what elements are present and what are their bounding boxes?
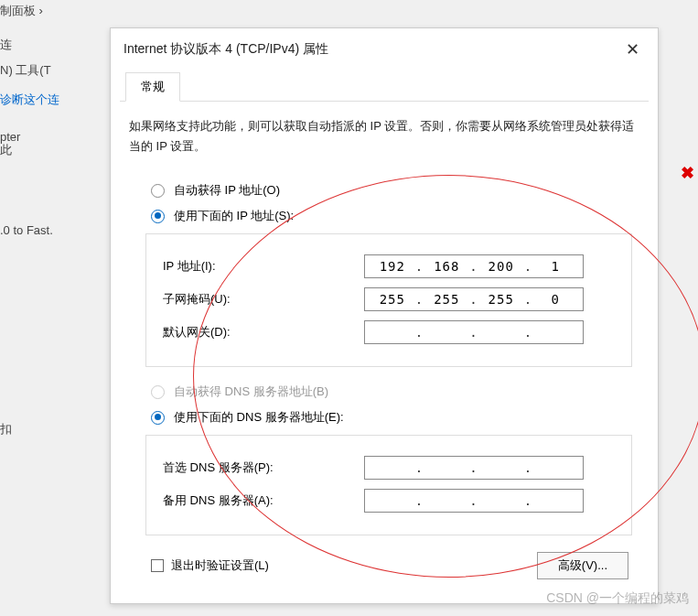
radio-icon — [151, 184, 165, 198]
dns-manual-label: 使用下面的 DNS 服务器地址(E): — [174, 409, 344, 426]
close-icon[interactable]: ✕ — [620, 38, 645, 61]
ip-octet[interactable]: 255 — [370, 292, 414, 307]
ip-octet[interactable]: 200 — [479, 259, 523, 274]
ip-manual-radio[interactable]: 使用下面的 IP 地址(S): — [151, 208, 639, 224]
bg-text: 扣 — [0, 421, 12, 438]
dns-manual-radio[interactable]: 使用下面的 DNS 服务器地址(E): — [151, 409, 639, 426]
pref-dns-input[interactable]: . . . — [364, 456, 584, 480]
advanced-button[interactable]: 高级(V)... — [537, 552, 628, 579]
error-icon: ✖ — [681, 163, 694, 183]
titlebar: Internet 协议版本 4 (TCP/IPv4) 属性 ✕ — [111, 28, 658, 69]
text-fragment: .0 to Fast. — [0, 223, 53, 237]
ip-octet[interactable]: 192 — [370, 259, 414, 274]
ip-octet[interactable]: 168 — [424, 259, 468, 274]
watermark-text: CSDN @一个编程的菜鸡 — [546, 590, 689, 607]
ip-auto-label: 自动获得 IP 地址(O) — [174, 182, 280, 199]
diagnose-link-fragment[interactable]: 诊断这个连 — [0, 92, 59, 108]
validate-on-exit-checkbox[interactable]: 退出时验证设置(L) — [151, 557, 269, 574]
gateway-input[interactable]: . . . — [364, 320, 584, 344]
tab-strip: 常规 — [120, 72, 649, 102]
subnet-mask-input[interactable]: 255. 255. 255. 0 — [364, 287, 584, 311]
ip-octet[interactable]: 255 — [479, 292, 523, 307]
dialog-title: Internet 协议版本 4 (TCP/IPv4) 属性 — [123, 41, 328, 58]
breadcrumb-fragment: 制面板 › — [0, 3, 43, 19]
dns-auto-radio: 自动获得 DNS 服务器地址(B) — [151, 384, 639, 400]
bg-text: 连 — [0, 37, 12, 53]
ip-octet[interactable]: 0 — [533, 292, 577, 307]
pref-dns-label: 首选 DNS 服务器(P): — [163, 459, 364, 476]
ip-manual-label: 使用下面的 IP 地址(S): — [174, 208, 294, 224]
ip-address-input[interactable]: 192. 168. 200. 1 — [364, 254, 584, 278]
ip-octet[interactable]: 255 — [424, 292, 468, 307]
validate-label: 退出时验证设置(L) — [171, 557, 269, 574]
alt-dns-label: 备用 DNS 服务器(A): — [163, 492, 364, 509]
alt-dns-input[interactable]: . . . — [364, 489, 584, 513]
tab-general[interactable]: 常规 — [125, 72, 180, 102]
dialog-content: 如果网络支持此功能，则可以获取自动指派的 IP 设置。否则，你需要从网络系统管理… — [111, 102, 658, 594]
ip-auto-radio[interactable]: 自动获得 IP 地址(O) — [151, 182, 639, 199]
dns-auto-label: 自动获得 DNS 服务器地址(B) — [174, 384, 328, 400]
radio-icon — [151, 411, 165, 425]
ip-fields-group: IP 地址(I): 192. 168. 200. 1 子网掩码(U): 255.… — [145, 233, 632, 367]
ip-address-label: IP 地址(I): — [163, 258, 364, 275]
subnet-mask-label: 子网掩码(U): — [163, 291, 364, 308]
description-text: 如果网络支持此功能，则可以获取自动指派的 IP 设置。否则，你需要从网络系统管理… — [129, 116, 639, 157]
menu-fragment: N) 工具(T — [0, 62, 51, 79]
gateway-label: 默认网关(D): — [163, 324, 364, 340]
dns-fields-group: 首选 DNS 服务器(P): . . . 备用 DNS 服务器(A): . . … — [145, 435, 632, 535]
checkbox-icon — [151, 559, 164, 572]
radio-icon — [151, 385, 165, 399]
bg-text: 此 — [0, 142, 12, 158]
radio-icon — [151, 210, 165, 223]
ipv4-properties-dialog: Internet 协议版本 4 (TCP/IPv4) 属性 ✕ 常规 如果网络支… — [110, 27, 659, 604]
ip-octet[interactable]: 1 — [533, 259, 577, 274]
